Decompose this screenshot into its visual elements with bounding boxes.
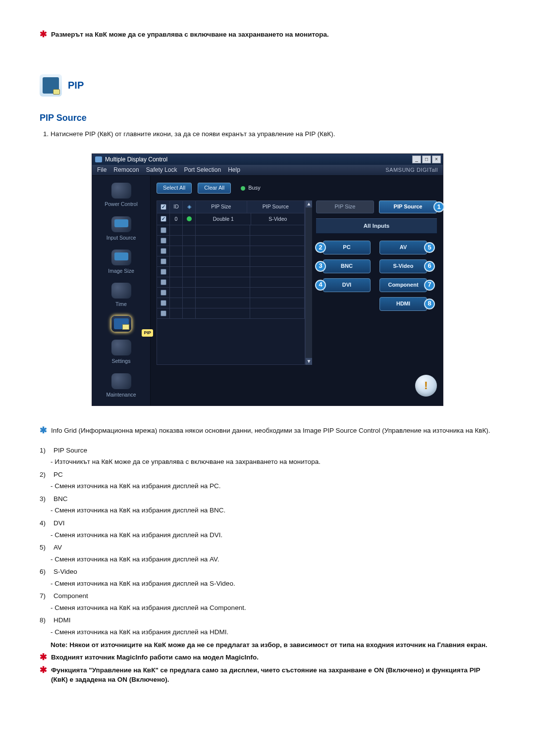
sidebar-item-pip[interactable]: PIP (92, 314, 150, 334)
callout-5: 5 (424, 242, 435, 253)
input-hdmi-button[interactable]: HDMI (379, 297, 427, 311)
pip-sidebar-icon (111, 316, 131, 332)
item-title: S-Video (54, 567, 495, 577)
item-number: 3) (40, 494, 51, 504)
scroll-up-icon[interactable]: ▲ (306, 201, 312, 207)
item-number: 1) (40, 446, 51, 455)
grid-head-source: PIP Source (247, 201, 305, 213)
item-title: HDMI (54, 615, 495, 625)
star-note-2: Функцията "Управление на КвК" се предлаг… (51, 665, 495, 685)
pip-size-tab[interactable]: PIP Size (316, 201, 374, 213)
sidebar-label: Maintenance (106, 391, 136, 399)
sidebar-item-image-size[interactable]: Image Size (92, 248, 150, 277)
menu-file[interactable]: File (97, 166, 107, 174)
pip-badge: PIP (142, 329, 153, 337)
grid-head-id: ID (170, 201, 183, 213)
item-title: BNC (54, 494, 495, 504)
sidebar-label: Time (115, 301, 127, 308)
sidebar-label: Image Size (108, 267, 134, 275)
grid-row[interactable]: 0 Double 1 S-Video (157, 213, 305, 225)
item-desc: - Сменя източника на КвК на избрания дис… (51, 530, 495, 540)
main-area: Select All Clear All Busy ID ◈ PIP Size (151, 176, 443, 405)
sidebar-item-input-source[interactable]: Input Source (92, 214, 150, 244)
status-lamp-icon (187, 216, 192, 221)
row-checkbox[interactable] (160, 269, 166, 275)
info-grid-text: Info Grid (Информационна мрежа) показва … (51, 426, 495, 436)
info-grid: ID ◈ PIP Size PIP Source 0 Double 1 S-Vi… (157, 201, 305, 364)
item-number: 8) (40, 615, 51, 625)
menu-remocon[interactable]: Remocon (113, 166, 139, 174)
settings-icon (111, 340, 131, 355)
input-av-button[interactable]: AV (379, 241, 427, 254)
alert-icon[interactable]: ! (415, 375, 437, 397)
item-title: PIP Source (54, 446, 495, 455)
item-desc: - Източникът на КвК може да се управлява… (51, 457, 495, 467)
busy-label: Busy (248, 184, 260, 192)
row-checkbox[interactable] (160, 227, 166, 233)
menu-help[interactable]: Help (228, 166, 240, 174)
top-note: Размерът на КвК може да се управлява с в… (51, 30, 495, 40)
input-svideo-button[interactable]: S-Video (379, 259, 427, 273)
menubar: File Remocon Safety Lock Port Selection … (92, 165, 443, 176)
row-source: S-Video (251, 213, 305, 225)
callout-7: 7 (424, 280, 435, 291)
busy-indicator: Busy (241, 184, 260, 192)
row-checkbox[interactable] (160, 258, 166, 264)
input-dvi-button[interactable]: DVI (323, 278, 371, 292)
callout-4: 4 (315, 280, 326, 291)
row-checkbox[interactable] (160, 238, 166, 244)
titlebar: Multiple Display Control _ □ × (92, 154, 443, 165)
note-bold: Note: Някои от източниците на КвК може д… (51, 640, 495, 650)
maximize-button[interactable]: □ (422, 155, 431, 163)
input-bnc-button[interactable]: BNC (323, 259, 371, 273)
grid-head-lamp: ◈ (183, 201, 196, 213)
pip-heading-row: PIP (40, 74, 495, 97)
item-desc: - Сменя източника на КвК на избрания дис… (51, 554, 495, 564)
item-desc: - Сменя източника на КвК на избрания дис… (51, 627, 495, 637)
input-component-button[interactable]: Component (379, 278, 427, 292)
sidebar-item-power-control[interactable]: Power Control (92, 181, 150, 210)
menu-safety-lock[interactable]: Safety Lock (146, 166, 177, 174)
grid-scrollbar[interactable]: ▲ ▼ (305, 201, 312, 364)
item-number: 6) (40, 567, 51, 577)
brand-label: SAMSUNG DIGITall (385, 166, 438, 174)
sidebar-item-settings[interactable]: Settings (92, 338, 150, 367)
sidebar-label: Settings (112, 357, 131, 365)
select-all-button[interactable]: Select All (157, 183, 192, 194)
sidebar-item-time[interactable]: Time (92, 281, 150, 310)
subheading: PIP Source (40, 111, 495, 124)
item-number: 5) (40, 543, 51, 553)
star-icon: ✱ (40, 426, 47, 436)
busy-dot-icon (241, 186, 245, 191)
explain-list: 1)PIP Source - Източникът на КвК може да… (40, 446, 495, 650)
row-checkbox[interactable] (160, 310, 166, 316)
sidebar-label: Input Source (107, 234, 136, 242)
row-checkbox[interactable] (160, 248, 166, 254)
row-checkbox[interactable] (160, 216, 166, 222)
sidebar-item-maintenance[interactable]: Maintenance (92, 371, 150, 401)
clear-all-button[interactable]: Clear All (198, 183, 231, 194)
image-size-icon (111, 250, 131, 265)
minimize-button[interactable]: _ (412, 155, 421, 163)
star-icon: ✱ (40, 653, 47, 662)
input-source-icon (111, 216, 131, 232)
close-button[interactable]: × (432, 155, 441, 163)
item-desc: - Сменя източника на КвК на избрания дис… (51, 579, 495, 589)
item-title: Component (54, 591, 495, 601)
row-checkbox[interactable] (160, 279, 166, 285)
menu-port-selection[interactable]: Port Selection (184, 166, 221, 174)
row-checkbox[interactable] (160, 290, 166, 296)
row-checkbox[interactable] (160, 300, 166, 306)
item-title: AV (54, 543, 495, 553)
row-size: Double 1 (196, 213, 251, 225)
power-icon (111, 183, 131, 199)
instruction-list: Натиснете PIP (КвК) от главните икони, з… (40, 129, 495, 139)
input-pc-button[interactable]: PC (323, 241, 371, 254)
scroll-down-icon[interactable]: ▼ (306, 358, 312, 365)
inputs-grid: 2 PC AV 5 3 BNC S-Video (316, 239, 437, 313)
pip-source-tab[interactable]: PIP Source 1 (379, 201, 437, 213)
grid-head-checkbox[interactable] (157, 201, 170, 213)
sidebar-label: Power Control (105, 201, 138, 208)
item-title: PC (54, 470, 495, 480)
callout-2: 2 (315, 242, 326, 253)
